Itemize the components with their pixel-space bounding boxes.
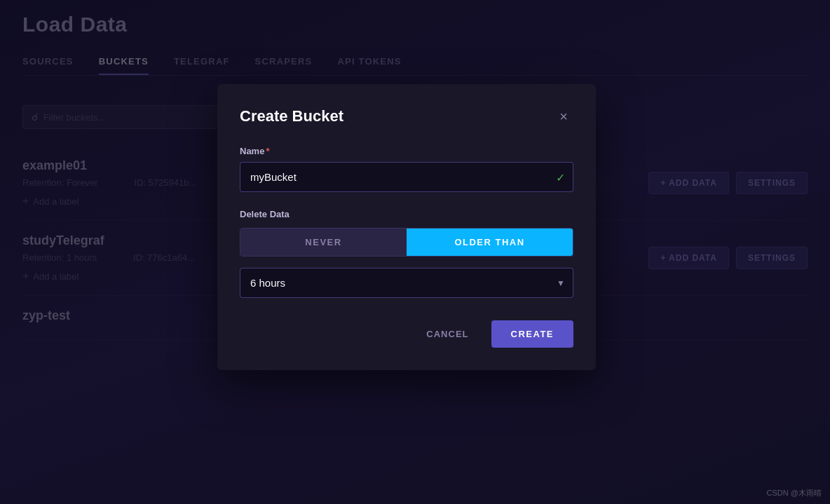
modal-close-button[interactable]: × (554, 107, 573, 126)
modal-header: Create Bucket × (240, 107, 573, 126)
bucket-name-input[interactable] (240, 162, 573, 192)
create-button[interactable]: CREATE (491, 320, 573, 348)
retention-select-wrapper: 1 hour 6 hours 12 hours 24 hours 48 hour… (240, 268, 573, 298)
toggle-never-button[interactable]: NEVER (240, 229, 407, 256)
name-field-label: Name* (240, 146, 573, 156)
input-valid-icon: ✓ (556, 170, 565, 184)
retention-select[interactable]: 1 hour 6 hours 12 hours 24 hours 48 hour… (240, 268, 573, 298)
modal-footer: CANCEL CREATE (240, 320, 573, 348)
create-bucket-modal: Create Bucket × Name* ✓ Delete Data NEVE… (217, 84, 596, 370)
name-input-wrapper: ✓ (240, 162, 573, 192)
toggle-older-than-button[interactable]: OLDER THAN (407, 229, 573, 256)
cancel-button[interactable]: CANCEL (415, 322, 479, 346)
modal-title: Create Bucket (240, 107, 343, 125)
delete-data-label: Delete Data (240, 209, 573, 219)
required-indicator: * (266, 146, 269, 156)
retention-toggle-group: NEVER OLDER THAN (240, 228, 573, 257)
watermark: CSDN @木雨晴 (767, 488, 822, 498)
